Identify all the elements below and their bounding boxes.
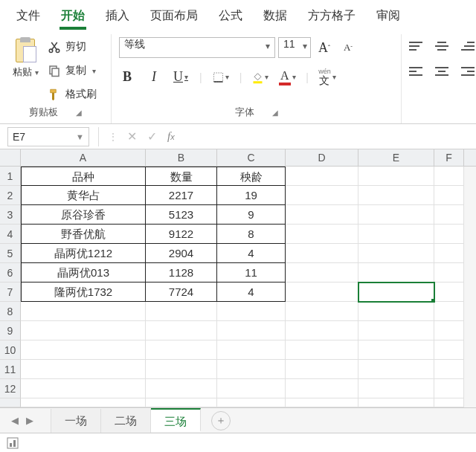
cell-selected[interactable] bbox=[358, 282, 434, 302]
format-painter-button[interactable]: 格式刷 bbox=[48, 85, 97, 104]
cell[interactable] bbox=[434, 244, 464, 263]
formula-input[interactable] bbox=[179, 127, 476, 146]
cell[interactable] bbox=[286, 186, 358, 205]
cell[interactable] bbox=[146, 398, 217, 407]
decrease-font-icon[interactable]: Aˇ bbox=[338, 39, 358, 56]
cell[interactable] bbox=[358, 360, 434, 379]
cell[interactable] bbox=[358, 186, 434, 205]
copy-button[interactable]: 复制▾ bbox=[48, 61, 97, 80]
cell[interactable] bbox=[21, 302, 146, 321]
cell[interactable] bbox=[286, 379, 358, 398]
row-header[interactable]: 3 bbox=[0, 205, 21, 225]
cell[interactable]: 隆两优1732 bbox=[21, 282, 146, 302]
tab-fangfang[interactable]: 方方格子 bbox=[298, 0, 366, 31]
cell[interactable] bbox=[286, 398, 358, 407]
cell[interactable] bbox=[146, 379, 217, 398]
cell[interactable] bbox=[434, 205, 464, 225]
cell[interactable] bbox=[358, 379, 434, 398]
row-header[interactable]: 7 bbox=[0, 282, 21, 302]
cell[interactable] bbox=[358, 205, 434, 225]
cancel-formula-icon[interactable]: ✕ bbox=[127, 129, 137, 143]
cell[interactable] bbox=[217, 379, 286, 398]
row-header[interactable]: 2 bbox=[0, 186, 21, 205]
row-header[interactable]: 6 bbox=[0, 263, 21, 282]
col-header-C[interactable]: C bbox=[217, 149, 286, 166]
font-color-button[interactable]: A▾ bbox=[279, 69, 295, 85]
cell[interactable] bbox=[146, 302, 217, 321]
cell[interactable] bbox=[217, 321, 286, 340]
align-middle-button[interactable] bbox=[433, 39, 451, 54]
align-top-button[interactable] bbox=[409, 39, 427, 54]
cell[interactable] bbox=[286, 302, 358, 321]
font-name-select[interactable]: 等线 bbox=[119, 37, 275, 58]
cell[interactable]: 5123 bbox=[146, 205, 217, 225]
cell[interactable]: 4 bbox=[217, 282, 286, 302]
underline-button[interactable]: U▾ bbox=[173, 69, 189, 85]
cell[interactable] bbox=[21, 379, 146, 398]
cell[interactable] bbox=[21, 360, 146, 379]
align-center-button[interactable] bbox=[433, 64, 451, 79]
cell[interactable] bbox=[21, 321, 146, 340]
cell[interactable] bbox=[217, 360, 286, 379]
select-all-corner[interactable] bbox=[0, 149, 21, 166]
sheet-nav-prev-icon[interactable]: ◀ bbox=[7, 413, 22, 428]
sheet-tab[interactable]: 二场 bbox=[101, 409, 151, 433]
cell[interactable] bbox=[286, 360, 358, 379]
name-box[interactable]: E7▼ bbox=[7, 127, 89, 146]
cell[interactable]: 2217 bbox=[146, 186, 217, 205]
cell[interactable] bbox=[434, 186, 464, 205]
sheet-tab-active[interactable]: 三场 bbox=[151, 408, 201, 432]
cell[interactable] bbox=[286, 321, 358, 340]
cell[interactable] bbox=[217, 340, 286, 360]
tab-home[interactable]: 开始 bbox=[51, 0, 95, 31]
cell[interactable]: 2904 bbox=[146, 244, 217, 263]
cell[interactable]: 11 bbox=[217, 263, 286, 282]
cell[interactable] bbox=[358, 167, 434, 186]
col-header-B[interactable]: B bbox=[146, 149, 217, 166]
row-header[interactable] bbox=[0, 398, 21, 407]
tab-review[interactable]: 审阅 bbox=[366, 0, 411, 31]
cell[interactable] bbox=[434, 225, 464, 244]
accept-formula-icon[interactable]: ✓ bbox=[147, 129, 157, 143]
cell[interactable]: 1128 bbox=[146, 263, 217, 282]
cell[interactable]: 8 bbox=[217, 225, 286, 244]
cell[interactable] bbox=[286, 340, 358, 360]
row-header[interactable]: 9 bbox=[0, 321, 21, 340]
fill-color-button[interactable]: ▾ bbox=[252, 69, 268, 85]
row-header[interactable]: 5 bbox=[0, 244, 21, 263]
cell[interactable] bbox=[358, 321, 434, 340]
cell[interactable]: 黄华占 bbox=[21, 186, 146, 205]
align-right-button[interactable] bbox=[457, 64, 475, 79]
font-size-select[interactable]: 11 bbox=[278, 37, 311, 58]
cell[interactable] bbox=[434, 282, 464, 302]
cell[interactable] bbox=[217, 302, 286, 321]
col-header-E[interactable]: E bbox=[358, 149, 434, 166]
fx-icon[interactable]: fx bbox=[167, 130, 175, 143]
col-header-A[interactable]: A bbox=[21, 149, 146, 166]
cell[interactable] bbox=[286, 282, 358, 302]
cell[interactable]: 19 bbox=[217, 186, 286, 205]
cell[interactable]: 原谷珍香 bbox=[21, 205, 146, 225]
tab-data[interactable]: 数据 bbox=[253, 0, 298, 31]
cell[interactable] bbox=[358, 398, 434, 407]
tab-insert[interactable]: 插入 bbox=[95, 0, 140, 31]
row-header[interactable]: 10 bbox=[0, 340, 21, 360]
cell[interactable]: 9122 bbox=[146, 225, 217, 244]
cell[interactable] bbox=[358, 340, 434, 360]
cell[interactable] bbox=[286, 225, 358, 244]
cell[interactable] bbox=[21, 340, 146, 360]
cell[interactable] bbox=[358, 263, 434, 282]
cell[interactable] bbox=[286, 244, 358, 263]
sheet-nav-next-icon[interactable]: ▶ bbox=[22, 413, 37, 428]
increase-font-icon[interactable]: Aˆ bbox=[314, 39, 335, 56]
paste-button[interactable]: 粘贴▾ bbox=[13, 65, 39, 79]
tab-page-layout[interactable]: 页面布局 bbox=[140, 0, 208, 31]
align-left-button[interactable] bbox=[409, 64, 427, 79]
paste-icon[interactable] bbox=[13, 37, 38, 64]
cell[interactable]: 晶两优1212 bbox=[21, 244, 146, 263]
spreadsheet-grid[interactable]: A B C D E F 1 品种 数量 秧龄 2 黄华占 2217 19 3 原… bbox=[0, 149, 476, 407]
cell[interactable] bbox=[434, 379, 464, 398]
cell[interactable] bbox=[434, 321, 464, 340]
col-header-F[interactable]: F bbox=[434, 149, 464, 166]
cell[interactable] bbox=[358, 244, 434, 263]
